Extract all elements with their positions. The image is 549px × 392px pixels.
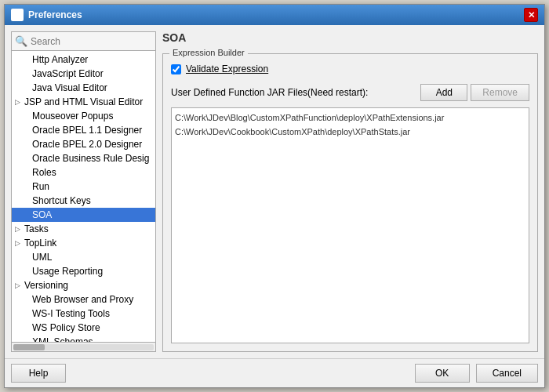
- search-box: 🔍: [12, 32, 155, 51]
- expand-icon: [23, 267, 31, 275]
- search-input[interactable]: [31, 36, 152, 47]
- expand-icon: [23, 324, 31, 332]
- validate-checkbox[interactable]: [171, 64, 181, 74]
- tree-item-label: Oracle BPEL 1.1 Designer: [32, 125, 142, 136]
- tree-item-soa[interactable]: SOA: [12, 208, 155, 222]
- tree-item-label: Tasks: [24, 223, 49, 234]
- expand-icon: [23, 126, 31, 134]
- expand-icon: [23, 169, 31, 176]
- tree-item-label: Usage Reporting: [32, 266, 103, 277]
- tree-item-javascript-editor[interactable]: JavaScript Editor: [12, 67, 155, 81]
- tree-item-usage-reporting[interactable]: Usage Reporting: [12, 264, 155, 278]
- tree-item-toplink[interactable]: ▷TopLink: [12, 236, 155, 250]
- jar-files-label: User Defined Function JAR Files(Need res…: [171, 87, 368, 98]
- tree-item-label: Shortcut Keys: [32, 195, 91, 206]
- remove-button[interactable]: Remove: [471, 84, 529, 101]
- tree-item-label: TopLink: [24, 238, 56, 249]
- jar-files-row: User Defined Function JAR Files(Need res…: [171, 84, 529, 101]
- tree-item-label: Run: [32, 181, 49, 192]
- tree-item-tasks[interactable]: ▷Tasks: [12, 222, 155, 236]
- tree-item-web-browser-proxy[interactable]: Web Browser and Proxy: [12, 292, 155, 307]
- content-area: 🔍 Http Analyzer JavaScript Editor Java V…: [5, 25, 544, 358]
- expand-icon: [23, 183, 31, 191]
- bottom-bar: Help OK Cancel: [5, 358, 544, 387]
- tree-item-label: WS-I Testing Tools: [32, 308, 110, 319]
- tree-item-xml-schemas[interactable]: XML Schemas: [12, 335, 155, 342]
- tree-item-roles[interactable]: Roles: [12, 165, 155, 180]
- group-legend: Expression Builder: [169, 48, 248, 57]
- expand-icon: ▷: [15, 239, 23, 247]
- scroll-track: [13, 344, 154, 350]
- bottom-right-buttons: OK Cancel: [415, 364, 538, 383]
- tree-item-label: Web Browser and Proxy: [32, 294, 133, 305]
- tree-item-label: SOA: [32, 209, 52, 220]
- window-icon: ⚙: [11, 9, 24, 21]
- expand-icon: [23, 296, 31, 303]
- tree-item-ws-policy-store[interactable]: WS Policy Store: [12, 321, 155, 335]
- file-entry: C:\Work\JDev\Blog\CustomXPathFunction\de…: [175, 111, 525, 125]
- expand-icon: [23, 140, 31, 148]
- tree-item-oracle-business-rule[interactable]: Oracle Business Rule Desig: [12, 151, 155, 165]
- tree-item-java-visual-editor[interactable]: Java Visual Editor: [12, 81, 155, 95]
- tree-item-label: XML Schemas: [32, 336, 93, 342]
- expand-icon: [23, 253, 31, 261]
- tree-item-oracle-bpel-20[interactable]: Oracle BPEL 2.0 Designer: [12, 137, 155, 151]
- ok-button[interactable]: OK: [415, 364, 470, 383]
- expand-icon: [23, 84, 31, 92]
- tree-item-label: JavaScript Editor: [32, 68, 104, 79]
- expand-icon: [23, 112, 31, 120]
- tree-item-label: Java Visual Editor: [32, 82, 107, 93]
- tree-item-label: WS Policy Store: [32, 322, 100, 333]
- title-bar: ⚙ Preferences ✕: [5, 5, 544, 25]
- search-icon: 🔍: [15, 35, 27, 47]
- expression-builder-group: Expression Builder Validate Expression U…: [162, 53, 538, 352]
- file-entry: C:\Work\JDev\Cookbook\CustomXPath\deploy…: [175, 125, 525, 140]
- expand-icon: ▷: [15, 225, 23, 233]
- expand-icon: [23, 310, 31, 318]
- validate-label[interactable]: Validate Expression: [186, 64, 268, 74]
- close-button[interactable]: ✕: [524, 8, 538, 22]
- tree-item-mouseover-popups[interactable]: Mouseover Popups: [12, 109, 155, 123]
- tree-item-versioning[interactable]: ▷Versioning: [12, 278, 155, 292]
- expand-icon: [23, 197, 31, 205]
- right-panel: SOA Expression Builder Validate Expressi…: [162, 31, 538, 352]
- tree-item-label: UML: [32, 252, 52, 263]
- page-title: SOA: [162, 31, 538, 44]
- tree-item-label: Roles: [32, 167, 56, 178]
- expand-icon: [23, 154, 31, 162]
- tree-item-label: Versioning: [24, 280, 68, 291]
- expand-icon: [23, 70, 31, 78]
- cancel-button[interactable]: Cancel: [476, 364, 538, 383]
- tree-area: Http Analyzer JavaScript Editor Java Vis…: [12, 51, 155, 342]
- left-panel: 🔍 Http Analyzer JavaScript Editor Java V…: [11, 31, 156, 352]
- tree-item-shortcut-keys[interactable]: Shortcut Keys: [12, 194, 155, 208]
- expand-icon: [23, 56, 31, 64]
- preferences-window: ⚙ Preferences ✕ 🔍 Http Analyzer JavaScri…: [4, 4, 545, 388]
- tree-item-label: Oracle Business Rule Desig: [32, 153, 149, 164]
- tree-item-label: JSP and HTML Visual Editor: [24, 96, 143, 107]
- tree-item-oracle-bpel-11[interactable]: Oracle BPEL 1.1 Designer: [12, 123, 155, 137]
- tree-item-http-analyzer[interactable]: Http Analyzer: [12, 53, 155, 67]
- horizontal-scrollbar[interactable]: [12, 342, 155, 351]
- tree-item-label: Http Analyzer: [32, 54, 88, 65]
- tree-item-jsp-html-visual-editor[interactable]: ▷JSP and HTML Visual Editor: [12, 95, 155, 109]
- tree-item-uml[interactable]: UML: [12, 250, 155, 264]
- scroll-thumb: [13, 344, 45, 350]
- title-bar-left: ⚙ Preferences: [11, 9, 82, 21]
- expand-icon: ▷: [15, 281, 23, 289]
- tree-item-wsi-testing-tools[interactable]: WS-I Testing Tools: [12, 307, 155, 321]
- jar-buttons: Add Remove: [420, 84, 529, 101]
- add-button[interactable]: Add: [420, 84, 467, 101]
- tree-item-label: Mouseover Popups: [32, 111, 113, 122]
- expand-icon: ▷: [15, 98, 23, 106]
- expand-icon: [23, 211, 31, 219]
- tree-item-label: Oracle BPEL 2.0 Designer: [32, 139, 142, 150]
- window-title: Preferences: [28, 9, 82, 20]
- help-button[interactable]: Help: [11, 364, 66, 383]
- validate-row: Validate Expression: [171, 64, 529, 74]
- file-list[interactable]: C:\Work\JDev\Blog\CustomXPathFunction\de…: [171, 107, 529, 343]
- tree-item-run[interactable]: Run: [12, 180, 155, 194]
